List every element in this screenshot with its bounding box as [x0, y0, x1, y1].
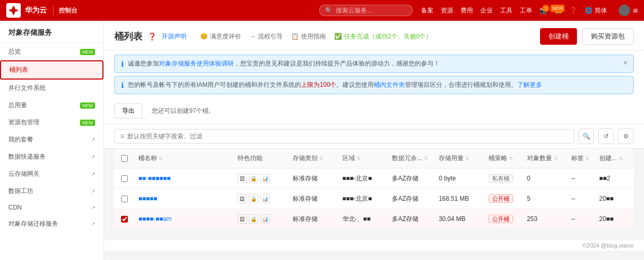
page-title: 桶列表 [114, 30, 142, 43]
nav-item-enterprise[interactable]: 企业 [480, 6, 493, 15]
notifications-icon-btn[interactable]: 🔔NEW [555, 7, 562, 14]
th-policy[interactable]: 桶策略⇅ [484, 149, 523, 168]
sidebar-item-my-plan[interactable]: 我的套餐 ↗ [0, 131, 103, 148]
row3-name-wrap: ■■■■-■■am [138, 215, 229, 223]
refresh-button[interactable]: ↺ [598, 128, 614, 144]
help-question-icon[interactable]: ❓ [148, 32, 156, 41]
row2-feature-icons: 🖼 🔒 📊 [238, 194, 284, 203]
search-input[interactable] [127, 133, 569, 140]
th-region[interactable]: 区域⇅ [338, 149, 388, 168]
sidebar-item-data-express[interactable]: 数据快递服务 ↗ [0, 148, 103, 165]
table-body: ■■-■■■■■■ 🖼 🔒 📊 标准存储 [114, 168, 634, 229]
row1-feat-lock-icon: 🔒 [249, 174, 258, 183]
row3-name-link[interactable]: ■■■■-■■am [138, 215, 172, 223]
alert-survey: ℹ 诚邀您参加对象存储服务使用体验调研，您宝贵的意见和建议是我们持续提升产品体验… [114, 55, 634, 73]
alert-limit: ℹ 您的帐号及帐号下的所有IAM用户可创建的桶和并行文件系统的上限为100个。建… [114, 76, 634, 94]
alert-learn-more-link[interactable]: 了解更多 [517, 81, 542, 88]
row3-checkbox-cell [114, 209, 134, 229]
user-area[interactable]: ai [619, 5, 638, 16]
nav-item-billing[interactable]: 费用 [461, 6, 473, 15]
migration-external-icon: ↗ [91, 221, 95, 227]
bucket-table: 桶名称⇅ 特色功能 存储类别⇅ 区域⇅ [114, 149, 634, 229]
sort-region-icon: ⇅ [357, 155, 361, 161]
global-search[interactable]: 🔍 [319, 5, 413, 16]
cloud-storage-gw-external-icon: ↗ [91, 171, 95, 177]
sidebar-item-bucket-list-label: 桶列表 [9, 66, 94, 74]
sort-policy-icon: ⇅ [509, 155, 513, 161]
sidebar-item-parallel-fs[interactable]: 并行文件系统 [0, 80, 103, 97]
sidebar-item-overview[interactable]: 总览 NEW [0, 43, 103, 60]
row3-usage-cell: 30.04 MB [435, 209, 484, 229]
select-all-checkbox[interactable] [121, 155, 128, 162]
sort-tags-icon: ⇅ [585, 155, 589, 161]
search-button[interactable]: 🔍 [579, 128, 594, 144]
row1-checkbox-cell [114, 168, 134, 189]
th-objects[interactable]: 对象数量⇅ [523, 149, 567, 168]
cdn-external-icon: ↗ [91, 205, 95, 211]
row1-feature-icons: 🖼 🔒 📊 [238, 174, 284, 183]
nav-item-resources[interactable]: 资源 [441, 6, 453, 15]
row3-objects-cell: 253 [523, 209, 567, 229]
sidebar: 对象存储服务 总览 NEW 桶列表 并行文件系统 总用量 NEW 资源包管理 N… [0, 21, 104, 260]
th-tags[interactable]: 标签⇅ [567, 149, 595, 168]
alert-limit-link[interactable]: 上限为100个 [301, 81, 336, 88]
guide-label: 流程引导 [258, 32, 283, 41]
alert-survey-link[interactable]: 对象存储服务使用体验调研 [159, 60, 234, 67]
content-area: 桶列表 ❓ 开源声明 😊 满意度评价 → 流程引导 📋 使用指南 [104, 21, 644, 260]
guide-link[interactable]: → 流程引导 [249, 32, 283, 41]
content-inner: 桶列表 ❓ 开源声明 😊 满意度评价 → 流程引导 📋 使用指南 [104, 21, 644, 240]
row1-created-cell: ■■2 [595, 168, 634, 189]
lang-switch-btn[interactable]: 🌐 简体 [585, 6, 607, 15]
row2-feat-lock-icon: 🔒 [249, 194, 258, 203]
th-type[interactable]: 存储类别⇅ [288, 149, 338, 168]
sort-redundancy-icon: ⇅ [424, 155, 428, 161]
th-created[interactable]: 创建...⇅ [595, 149, 634, 168]
th-usage[interactable]: 存储用量⇅ [435, 149, 484, 168]
messages-badge: 1 [542, 5, 549, 12]
nav-item-workorder[interactable]: 工单 [520, 6, 532, 15]
row3-feature-cell: 🖼 🔒 📊 [233, 209, 288, 229]
notifications-badge: NEW [550, 5, 564, 12]
row2-feature-cell: 🖼 🔒 📊 [233, 189, 288, 209]
sidebar-title: 对象存储服务 [0, 21, 103, 43]
row3-created-cell: 20■■ [595, 209, 634, 229]
search-input-wrap[interactable]: ≡ [114, 129, 574, 144]
row2-objects-cell: 5 [523, 189, 567, 209]
sidebar-item-resource-pkg[interactable]: 资源包管理 NEW [0, 114, 103, 131]
task-status[interactable]: ✅ 任务完成（成功2个、失败0个） [334, 32, 432, 41]
sidebar-item-total-usage[interactable]: 总用量 NEW [0, 97, 103, 114]
satisfaction-link[interactable]: 😊 满意度评价 [200, 32, 241, 41]
alert-folder-link[interactable]: 桶内文件夹 [374, 81, 405, 88]
logo-area[interactable]: 华为云 控制台 [6, 3, 77, 18]
export-button[interactable]: 导出 [114, 103, 142, 119]
search-input[interactable] [336, 7, 407, 14]
row2-name-link[interactable]: ■■■■■ [138, 195, 157, 202]
sidebar-item-bucket-list[interactable]: 桶列表 [0, 60, 103, 80]
th-redundancy[interactable]: 数据冗余...⇅ [388, 149, 435, 168]
buy-resource-button[interactable]: 购买资源包 [582, 28, 634, 45]
open-statement-link[interactable]: 开源声明 [162, 32, 187, 41]
sidebar-item-migration[interactable]: 对象存储迁移服务 ↗ [0, 215, 103, 232]
sidebar-item-data-workshop[interactable]: 数据工坊 ↗ [0, 183, 103, 200]
row3-checkbox[interactable] [121, 216, 128, 223]
row2-checkbox[interactable] [121, 196, 128, 202]
row1-name-link[interactable]: ■■-■■■■■■ [138, 175, 170, 182]
sidebar-item-my-plan-label: 我的套餐 [8, 135, 88, 144]
row1-region-cell: ■■■-北京■ [338, 168, 388, 189]
help-icon-btn[interactable]: ❓ [570, 7, 577, 14]
total-usage-new-badge: NEW [80, 102, 95, 109]
usage-guide-link[interactable]: 📋 使用指南 [291, 32, 326, 41]
nav-item-backup[interactable]: 备案 [421, 6, 433, 15]
nav-actions: 备案 资源 费用 企业 工具 工单 📷1 🔔NEW ❓ 🌐 简体 ai [421, 5, 638, 16]
nav-item-tools[interactable]: 工具 [500, 6, 512, 15]
alert-close-icon-1[interactable]: ✕ [623, 59, 628, 67]
row1-checkbox[interactable] [121, 175, 128, 182]
settings-button[interactable]: ⚙ [618, 128, 634, 144]
table-row: ■■■■■ 🖼 🔒 📊 标准存储 ■■ [114, 189, 634, 209]
sidebar-item-cdn[interactable]: CDN ↗ [0, 200, 103, 215]
sort-objects-icon: ⇅ [554, 155, 558, 161]
create-bucket-button[interactable]: 创建桶 [540, 28, 577, 45]
messages-icon-btn[interactable]: 📷1 [540, 7, 547, 14]
th-bucket-name[interactable]: 桶名称⇅ [134, 149, 233, 168]
sidebar-item-cloud-storage-gw[interactable]: 云存储网关 ↗ [0, 165, 103, 183]
